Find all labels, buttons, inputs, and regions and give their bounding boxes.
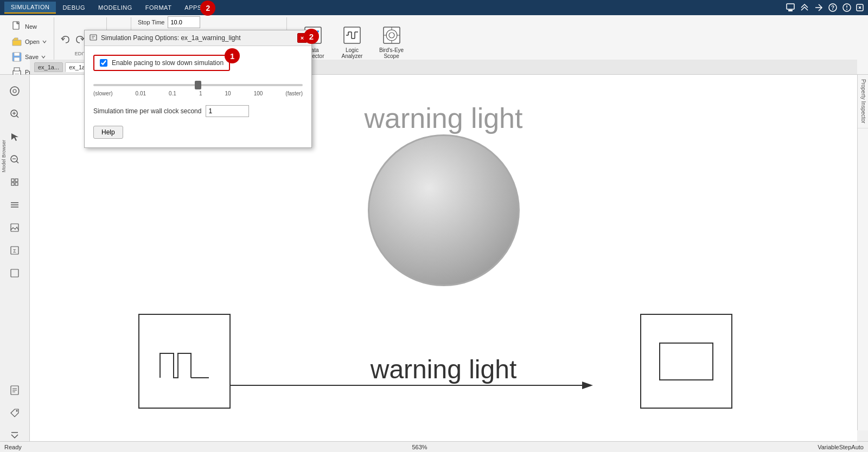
open-dropdown-icon[interactable]	[42, 39, 47, 44]
svg-line-53	[16, 161, 18, 163]
status-zoom: 563%	[412, 444, 427, 450]
sidebar-home-btn[interactable]	[4, 81, 25, 101]
sidebar-param-btn[interactable]: Σ	[4, 241, 25, 260]
svg-rect-56	[15, 179, 18, 182]
sim-time-label: Simulation time per wall clock second	[93, 107, 201, 115]
slider-thumb[interactable]	[195, 81, 201, 89]
sidebar-zoom-btn[interactable]	[4, 104, 25, 124]
status-step-mode: VariableStepAuto	[818, 444, 864, 450]
sidebar-block-btn[interactable]	[4, 263, 25, 283]
dialog-titlebar: Simulation Pacing Options: ex_1a_warning…	[85, 30, 311, 46]
pulse-icon	[157, 340, 212, 383]
svg-rect-55	[11, 179, 14, 182]
dialog-body: Enable pacing to slow down simulation 1 …	[85, 46, 311, 147]
sim-time-input[interactable]	[206, 105, 249, 117]
svg-line-49	[16, 115, 18, 118]
sidebar-list-btn[interactable]	[4, 195, 25, 215]
svg-rect-58	[15, 183, 18, 185]
stop-time-input[interactable]	[168, 16, 200, 28]
open-button[interactable]: Open	[9, 35, 49, 49]
sidebar-doc-btn[interactable]	[4, 380, 25, 400]
sidebar-select-btn[interactable]	[4, 127, 25, 146]
svg-rect-65	[11, 269, 18, 277]
sim-time-row: Simulation time per wall clock second	[93, 105, 303, 117]
svg-point-6	[846, 9, 847, 10]
menu-item-modeling[interactable]: MODELING	[92, 2, 139, 13]
svg-marker-73	[582, 382, 593, 389]
status-bar: Ready 563% VariableStepAuto	[0, 441, 868, 452]
output-inner	[659, 343, 713, 380]
svg-rect-0	[787, 4, 794, 9]
output-block[interactable]	[640, 314, 732, 409]
status-ready: Ready	[4, 444, 22, 450]
enable-pacing-label: Enable pacing to slow down simulation	[112, 59, 224, 67]
pacing-dialog: Simulation Pacing Options: ex_1a_warning…	[84, 30, 312, 148]
step-badge-1: 1	[225, 48, 240, 63]
toolbar-icon-5[interactable]	[842, 3, 852, 12]
toolbar-icon-3[interactable]	[814, 3, 824, 12]
left-sidebar: Model Browser Σ	[0, 75, 30, 452]
pulse-gen-block[interactable]	[138, 314, 231, 409]
dialog-title: Simulation Pacing Options: ex_1a_warning…	[89, 34, 241, 42]
logic-analyzer-label: LogicAnalyzer	[341, 47, 362, 59]
enable-pacing-row[interactable]: Enable pacing to slow down simulation	[93, 55, 230, 71]
diagram-title: warning light	[365, 102, 523, 134]
breadcrumb-item-1[interactable]: ex_1a...	[34, 62, 63, 72]
svg-point-46	[10, 87, 19, 95]
sidebar-image-btn[interactable]	[4, 218, 25, 237]
diagram-bottom-label: warning light	[371, 354, 516, 384]
menu-bar: SIMULATION DEBUG MODELING FORMAT APPS ?	[0, 0, 868, 15]
save-dropdown-icon[interactable]	[41, 54, 46, 60]
model-browser-label: Model Browser	[1, 140, 7, 172]
sidebar-tag-btn[interactable]	[4, 403, 25, 423]
sidebar-zoom-out-btn[interactable]	[4, 150, 25, 169]
svg-text:Σ: Σ	[13, 248, 16, 254]
svg-rect-74	[90, 35, 97, 40]
step-badge-2: 2	[304, 29, 319, 44]
new-button[interactable]: New	[9, 20, 49, 34]
svg-rect-13	[14, 57, 20, 61]
undo-button[interactable]	[59, 33, 72, 48]
toolbar-icon-2[interactable]	[800, 3, 809, 12]
stop-time-label: Stop Time	[138, 19, 165, 25]
property-inspector-tab[interactable]: Property Inspector	[858, 75, 868, 128]
enable-pacing-checkbox[interactable]	[100, 59, 107, 67]
help-button[interactable]: Help	[93, 126, 123, 139]
slider-labels: (slower) 0.01 0.1 1 10 100 (faster)	[93, 91, 303, 96]
toolbar-icon-1[interactable]	[786, 3, 795, 12]
menu-item-debug[interactable]: DEBUG	[56, 2, 92, 13]
toolbar-icon-4[interactable]: ?	[828, 3, 838, 12]
svg-rect-12	[14, 53, 20, 56]
toolbar-icon-6[interactable]	[856, 4, 864, 11]
svg-point-70	[16, 410, 18, 412]
slider-section: (slower) 0.01 0.1 1 10 100 (faster)	[93, 84, 303, 96]
svg-rect-15	[14, 68, 20, 71]
step-badge-2: 2	[200, 1, 215, 16]
birds-eye-scope-label: Bird's-EyeScope	[379, 47, 404, 59]
dialog-icon	[89, 34, 98, 42]
right-sidebar: Property Inspector	[857, 75, 868, 430]
menu-item-simulation[interactable]: SIMULATION	[4, 2, 56, 14]
svg-text:?: ?	[831, 5, 834, 11]
slider-track[interactable]	[93, 84, 303, 86]
svg-rect-1	[788, 10, 793, 11]
svg-rect-57	[11, 183, 14, 185]
svg-point-47	[13, 89, 16, 93]
sidebar-fit-btn[interactable]	[4, 172, 25, 192]
warning-light-circle	[368, 134, 520, 286]
logic-analyzer-button[interactable]: LogicAnalyzer	[335, 20, 369, 62]
birds-eye-scope-button[interactable]: Bird's-EyeScope	[374, 20, 409, 62]
